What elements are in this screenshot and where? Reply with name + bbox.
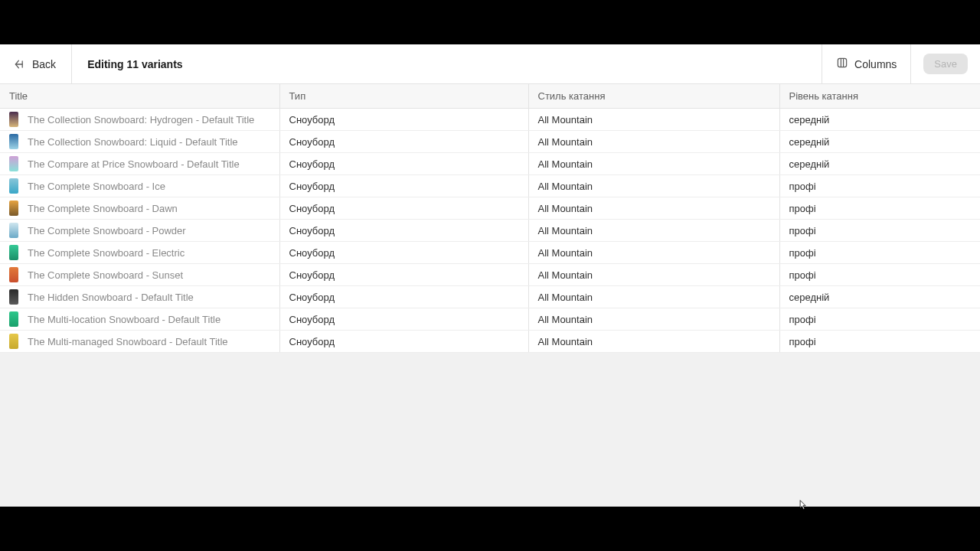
- page-title: Editing 11 variants: [72, 58, 182, 70]
- col-header-level[interactable]: Рівень катання: [779, 84, 980, 109]
- product-thumbnail: [9, 112, 18, 127]
- table-row[interactable]: The Collection Snowboard: Liquid - Defau…: [0, 131, 980, 153]
- cell-style[interactable]: All Mountain: [528, 153, 779, 175]
- cell-title[interactable]: The Complete Snowboard - Dawn: [0, 197, 279, 220]
- variants-table-wrap: Title Тип Стиль катання Рівень катання T…: [0, 84, 980, 507]
- cell-level[interactable]: профі: [779, 264, 980, 286]
- app-frame: Back Editing 11 variants Columns Save: [0, 44, 980, 507]
- back-button[interactable]: Back: [0, 44, 72, 83]
- product-thumbnail: [9, 156, 18, 171]
- table-row[interactable]: The Collection Snowboard: Hydrogen - Def…: [0, 109, 980, 131]
- cell-title[interactable]: The Collection Snowboard: Liquid - Defau…: [0, 131, 279, 153]
- cell-level[interactable]: середній: [779, 153, 980, 175]
- row-title-text: The Multi-location Snowboard - Default T…: [28, 314, 220, 325]
- col-header-type[interactable]: Тип: [279, 84, 528, 109]
- product-thumbnail: [9, 178, 18, 194]
- table-row[interactable]: The Hidden Snowboard - Default TitleСноу…: [0, 286, 980, 308]
- cell-title[interactable]: The Complete Snowboard - Electric: [0, 242, 279, 264]
- cell-type[interactable]: Сноуборд: [279, 308, 528, 331]
- cell-level[interactable]: середній: [779, 286, 980, 308]
- cell-title[interactable]: The Complete Snowboard - Powder: [0, 220, 279, 242]
- product-thumbnail: [9, 334, 18, 349]
- cell-level[interactable]: профі: [779, 331, 980, 353]
- cell-level[interactable]: профі: [779, 220, 980, 242]
- product-thumbnail: [9, 245, 18, 260]
- row-title-text: The Complete Snowboard - Electric: [28, 247, 185, 259]
- cell-style[interactable]: All Mountain: [528, 220, 779, 242]
- cell-type[interactable]: Сноуборд: [279, 175, 528, 197]
- columns-icon: [836, 57, 848, 71]
- cell-title[interactable]: The Complete Snowboard - Sunset: [0, 264, 279, 286]
- cell-title[interactable]: The Compare at Price Snowboard - Default…: [0, 153, 279, 175]
- columns-label: Columns: [854, 58, 897, 70]
- cell-style[interactable]: All Mountain: [528, 131, 779, 153]
- cell-style[interactable]: All Mountain: [528, 308, 779, 331]
- cell-style[interactable]: All Mountain: [528, 331, 779, 353]
- table-header-row: Title Тип Стиль катання Рівень катання: [0, 84, 980, 109]
- table-row[interactable]: The Complete Snowboard - ElectricСноубор…: [0, 242, 980, 264]
- cell-title[interactable]: The Hidden Snowboard - Default Title: [0, 286, 279, 308]
- row-title-text: The Compare at Price Snowboard - Default…: [28, 158, 240, 170]
- row-title-text: The Collection Snowboard: Hydrogen - Def…: [28, 114, 254, 126]
- table-row[interactable]: The Multi-location Snowboard - Default T…: [0, 308, 980, 331]
- cell-level[interactable]: профі: [779, 308, 980, 331]
- table-row[interactable]: The Complete Snowboard - DawnСноубордAll…: [0, 197, 980, 220]
- cell-type[interactable]: Сноуборд: [279, 131, 528, 153]
- product-thumbnail: [9, 201, 18, 216]
- table-row[interactable]: The Compare at Price Snowboard - Default…: [0, 153, 980, 175]
- row-title-text: The Collection Snowboard: Liquid - Defau…: [28, 136, 238, 148]
- cell-type[interactable]: Сноуборд: [279, 286, 528, 308]
- cell-type[interactable]: Сноуборд: [279, 109, 528, 131]
- cell-title[interactable]: The Complete Snowboard - Ice: [0, 175, 279, 197]
- variants-table: Title Тип Стиль катання Рівень катання T…: [0, 84, 980, 353]
- cell-level[interactable]: профі: [779, 197, 980, 220]
- cell-style[interactable]: All Mountain: [528, 264, 779, 286]
- row-title-text: The Complete Snowboard - Sunset: [28, 269, 183, 281]
- product-thumbnail: [9, 311, 18, 327]
- col-header-style[interactable]: Стиль катання: [528, 84, 779, 109]
- table-row[interactable]: The Complete Snowboard - IceСноубордAll …: [0, 175, 980, 197]
- product-thumbnail: [9, 289, 18, 305]
- cell-level[interactable]: середній: [779, 131, 980, 153]
- back-label: Back: [32, 58, 56, 70]
- cell-title[interactable]: The Multi-managed Snowboard - Default Ti…: [0, 331, 279, 353]
- table-row[interactable]: The Complete Snowboard - PowderСноубордA…: [0, 220, 980, 242]
- row-title-text: The Complete Snowboard - Ice: [28, 181, 165, 192]
- cell-type[interactable]: Сноуборд: [279, 220, 528, 242]
- row-title-text: The Complete Snowboard - Powder: [28, 225, 186, 236]
- col-header-title[interactable]: Title: [0, 84, 279, 109]
- cell-level[interactable]: профі: [779, 242, 980, 264]
- cell-type[interactable]: Сноуборд: [279, 197, 528, 220]
- header-bar: Back Editing 11 variants Columns Save: [0, 44, 980, 84]
- cell-style[interactable]: All Mountain: [528, 286, 779, 308]
- svg-rect-0: [838, 58, 847, 67]
- cell-style[interactable]: All Mountain: [528, 175, 779, 197]
- cell-style[interactable]: All Mountain: [528, 109, 779, 131]
- back-icon: [14, 58, 26, 70]
- cell-title[interactable]: The Multi-location Snowboard - Default T…: [0, 308, 279, 331]
- cell-level[interactable]: середній: [779, 109, 980, 131]
- table-row[interactable]: The Multi-managed Snowboard - Default Ti…: [0, 331, 980, 353]
- cell-level[interactable]: профі: [779, 175, 980, 197]
- save-button[interactable]: Save: [923, 54, 968, 74]
- cell-type[interactable]: Сноуборд: [279, 242, 528, 264]
- cell-style[interactable]: All Mountain: [528, 197, 779, 220]
- product-thumbnail: [9, 134, 18, 149]
- cell-type[interactable]: Сноуборд: [279, 331, 528, 353]
- row-title-text: The Hidden Snowboard - Default Title: [28, 292, 194, 303]
- table-row[interactable]: The Complete Snowboard - SunsetСноубордA…: [0, 264, 980, 286]
- cell-type[interactable]: Сноуборд: [279, 264, 528, 286]
- cell-style[interactable]: All Mountain: [528, 242, 779, 264]
- row-title-text: The Multi-managed Snowboard - Default Ti…: [28, 336, 228, 347]
- cell-type[interactable]: Сноуборд: [279, 153, 528, 175]
- columns-button[interactable]: Columns: [822, 44, 910, 83]
- product-thumbnail: [9, 223, 18, 238]
- product-thumbnail: [9, 267, 18, 282]
- cell-title[interactable]: The Collection Snowboard: Hydrogen - Def…: [0, 109, 279, 131]
- row-title-text: The Complete Snowboard - Dawn: [28, 203, 178, 214]
